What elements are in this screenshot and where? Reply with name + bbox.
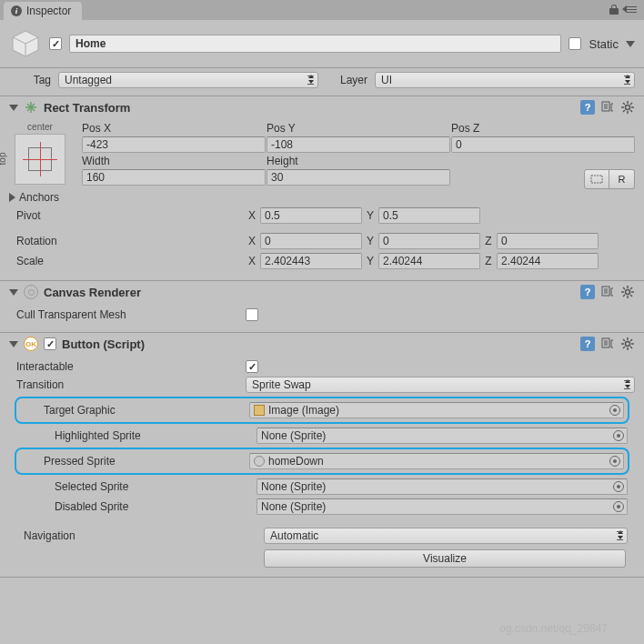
info-icon: i	[11, 5, 22, 16]
rot-x-input[interactable]: 0	[260, 233, 362, 249]
image-icon	[254, 405, 265, 416]
pos-x-label: Pos X	[82, 120, 266, 136]
static-checkbox[interactable]	[569, 37, 581, 50]
svg-line-21	[623, 110, 625, 112]
scale-y-input[interactable]: 2.40244	[378, 253, 480, 269]
interactable-checkbox[interactable]	[246, 360, 258, 373]
pos-x-input[interactable]: -423	[82, 136, 266, 153]
svg-line-18	[623, 103, 625, 105]
pos-y-input[interactable]: -108	[267, 136, 450, 153]
visualize-button[interactable]: Visualize	[264, 549, 626, 568]
sprite-icon	[254, 456, 265, 467]
target-graphic-label: Target Graphic	[20, 404, 249, 417]
anchor-preset-widget[interactable]: center top	[9, 120, 71, 189]
object-picker-icon[interactable]	[613, 430, 624, 441]
svg-line-53	[630, 339, 632, 341]
object-picker-icon[interactable]	[609, 405, 620, 416]
blueprint-mode-button[interactable]	[584, 169, 609, 189]
pressed-sprite-label: Pressed Sprite	[20, 455, 249, 468]
preset-icon[interactable]	[600, 285, 615, 299]
pivot-y-input[interactable]: 0.5	[378, 207, 480, 224]
layer-value: UI	[381, 74, 392, 86]
fold-icon[interactable]	[9, 289, 18, 296]
pos-z-label: Pos Z	[451, 120, 635, 136]
rot-y-input[interactable]: 0	[378, 233, 480, 249]
rect-transform-component: Rect Transform ? center top	[0, 96, 644, 281]
lock-icon[interactable]	[609, 5, 619, 15]
transition-label: Transition	[9, 378, 246, 391]
active-checkbox[interactable]	[49, 37, 62, 50]
svg-line-54	[623, 347, 625, 348]
rect-transform-icon	[24, 100, 38, 115]
help-icon[interactable]: ?	[580, 285, 595, 299]
target-graphic-highlight: Target Graphic Image (Image)	[15, 397, 629, 424]
width-input[interactable]: 160	[82, 169, 266, 186]
object-picker-icon[interactable]	[613, 501, 624, 512]
highlighted-sprite-label: Highlighted Sprite	[16, 429, 257, 442]
tab-bar: i Inspector	[0, 0, 644, 20]
tag-value: Untagged	[65, 74, 112, 86]
raw-edit-button[interactable]: R	[609, 169, 635, 189]
target-graphic-field[interactable]: Image (Image)	[249, 402, 624, 418]
tag-layer-row: Tag Untagged Layer UI	[0, 68, 644, 96]
component-title: Canvas Renderer	[44, 286, 575, 299]
svg-line-38	[623, 295, 625, 297]
disabled-sprite-field[interactable]: None (Sprite)	[257, 498, 628, 515]
selected-sprite-field[interactable]: None (Sprite)	[257, 478, 628, 495]
svg-line-37	[630, 287, 632, 289]
interactable-label: Interactable	[9, 360, 246, 373]
button-enabled-checkbox[interactable]	[44, 337, 56, 350]
pressed-sprite-field[interactable]: homeDown	[249, 453, 624, 469]
preset-icon[interactable]	[600, 100, 615, 115]
rotation-label: Rotation	[9, 235, 246, 247]
svg-line-35	[623, 287, 625, 289]
canvas-renderer-component: Canvas Renderer ? Cull Transparent Mesh	[0, 281, 644, 333]
name-input[interactable]: Home	[69, 35, 561, 53]
help-icon[interactable]: ?	[580, 337, 595, 351]
gear-icon[interactable]	[620, 285, 635, 299]
width-label: Width	[82, 153, 266, 169]
preset-icon[interactable]	[600, 337, 615, 351]
button-component: OK Button (Script) ? Interactable Transi…	[0, 333, 644, 578]
svg-line-20	[630, 103, 632, 105]
anchors-fold-icon[interactable]	[9, 193, 15, 202]
svg-line-51	[623, 339, 625, 341]
tab-title: Inspector	[26, 5, 71, 17]
static-label: Static	[589, 37, 619, 51]
scale-x-input[interactable]: 2.402443	[260, 253, 362, 269]
cull-transparent-checkbox[interactable]	[246, 308, 258, 321]
transition-dropdown[interactable]: Sprite Swap	[246, 377, 635, 393]
height-input[interactable]: 30	[267, 169, 450, 186]
layer-dropdown[interactable]: UI	[375, 72, 635, 88]
svg-line-52	[630, 347, 632, 348]
svg-line-19	[630, 110, 632, 112]
object-picker-icon[interactable]	[613, 481, 624, 492]
static-dropdown-icon[interactable]	[626, 41, 635, 47]
svg-point-30	[626, 290, 630, 295]
gear-icon[interactable]	[620, 337, 635, 351]
gear-icon[interactable]	[620, 100, 635, 115]
svg-point-13	[626, 106, 630, 110]
scale-label: Scale	[9, 255, 246, 267]
anchor-v-label: top	[0, 153, 7, 166]
fold-icon[interactable]	[9, 105, 18, 111]
help-icon[interactable]: ?	[580, 100, 595, 115]
inspector-tab[interactable]: i Inspector	[4, 2, 82, 20]
pos-z-input[interactable]: 0	[451, 136, 635, 153]
height-label: Height	[267, 153, 450, 169]
pressed-sprite-highlight: Pressed Sprite homeDown	[15, 448, 629, 475]
gameobject-icon[interactable]	[9, 27, 42, 60]
pivot-x-input[interactable]: 0.5	[260, 207, 362, 224]
rot-z-input[interactable]: 0	[497, 233, 599, 249]
tag-dropdown[interactable]: Untagged	[58, 72, 318, 88]
component-title: Rect Transform	[44, 101, 575, 115]
highlighted-sprite-field[interactable]: None (Sprite)	[257, 428, 628, 444]
context-menu-icon[interactable]	[624, 4, 637, 15]
navigation-label: Navigation	[16, 529, 264, 542]
svg-rect-22	[591, 176, 602, 183]
scale-z-input[interactable]: 2.40244	[497, 253, 599, 269]
navigation-dropdown[interactable]: Automatic	[264, 528, 628, 544]
object-picker-icon[interactable]	[609, 456, 620, 467]
tag-label: Tag	[9, 74, 51, 86]
fold-icon[interactable]	[9, 341, 18, 347]
